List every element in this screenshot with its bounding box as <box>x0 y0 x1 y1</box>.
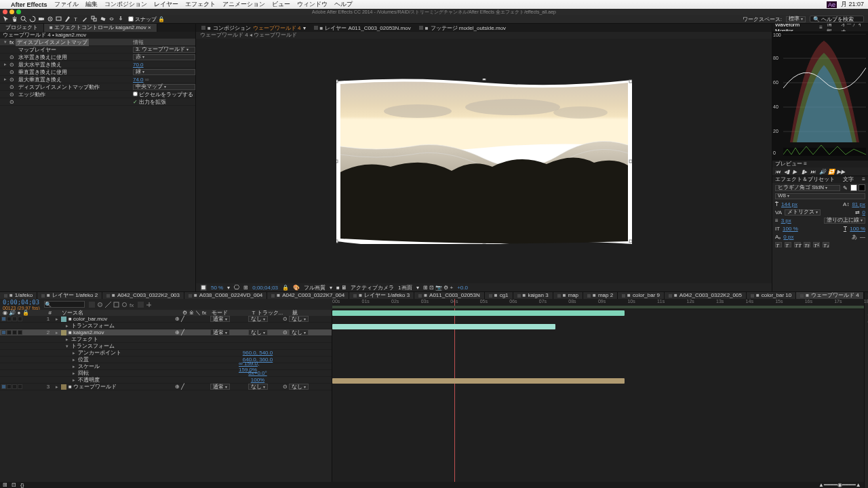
timeline-tab[interactable]: ■ A011_C003_02053N <box>414 292 485 299</box>
last-frame-icon[interactable]: ⏭ <box>810 169 816 174</box>
eraser-tool-icon[interactable] <box>100 16 106 22</box>
timeline-tab[interactable]: ■ レイヤー 1/afeko 3 <box>349 292 414 299</box>
menu-file[interactable]: ファイル <box>54 0 79 9</box>
layer-list[interactable]: ◉ 🔊 ● 🔒# ソース名 ⚙ ※ ＼ fx モード T トラック... 親 1… <box>0 310 332 482</box>
viewer-tabs[interactable]: ■ コンポジション コンポジション ウェーブワールド 4ウェーブワールド 4 ▾… <box>196 24 772 32</box>
play-icon[interactable]: ▶ <box>793 169 799 174</box>
menu-window[interactable]: ウィンドウ <box>297 0 328 9</box>
fill-swatch[interactable] <box>850 184 857 191</box>
prop-max-vert[interactable]: ▸⊙最大垂直置き換え74.0 ∞ <box>0 76 195 83</box>
viewer-tab-layer[interactable]: ■ レイヤー A011_C003_02053N.mov <box>311 24 414 31</box>
traffic-lights[interactable] <box>3 9 21 14</box>
preview-frame[interactable] <box>336 79 632 244</box>
prop-map-layer[interactable]: マップレイヤー3. ウェーブワールド <box>0 46 195 54</box>
toggle-switches-icon[interactable]: ⊞ <box>3 482 7 488</box>
font-style-dropdown[interactable]: W8 <box>775 193 865 199</box>
effect-controls-panel[interactable]: ▾fx ディスプレイスメントマップ 情報 マップレイヤー3. ウェーブワールド … <box>0 39 195 291</box>
viewer-tab-comp[interactable]: ■ コンポジション コンポジション ウェーブワールド 4ウェーブワールド 4 ▾ <box>199 24 309 31</box>
timeline-tab[interactable]: ■ 1/afeko <box>0 292 37 299</box>
prop-horiz-use[interactable]: ⊙水平置き換えに使用赤 <box>0 54 195 61</box>
layer-search[interactable] <box>44 301 85 308</box>
workspace-dropdown[interactable]: 標準 <box>786 16 806 22</box>
next-frame-icon[interactable]: ▮▸ <box>802 169 808 174</box>
toggle-parent-icon[interactable]: {} <box>20 482 24 488</box>
stroke-swatch[interactable] <box>859 184 865 191</box>
scope-tabs[interactable]: Waveform Monitor≡ 情報 オーディオ <box>772 24 868 31</box>
layer-bar[interactable] <box>332 378 625 384</box>
text-style-buttons[interactable]: TTTTTtT¹T₁ <box>775 241 865 248</box>
timeline-switches[interactable]: fx <box>89 302 152 308</box>
prop-expand-output[interactable]: ⊙✓ 出力を拡張 <box>0 98 195 106</box>
effect-header-row[interactable]: ▾fx ディスプレイスメントマップ 情報 <box>0 39 195 46</box>
first-frame-icon[interactable]: ⏮ <box>775 169 781 174</box>
rect-tool-icon[interactable] <box>56 16 62 22</box>
composition-canvas[interactable] <box>196 39 772 283</box>
toggle-modes-icon[interactable]: ⊡ <box>12 482 16 488</box>
tab-effect-controls[interactable]: ■ エフェクトコントロール kaigan2.mov × <box>44 24 157 32</box>
timeline-tab[interactable]: ■ color_bar 10 <box>747 292 796 299</box>
cti-line[interactable] <box>454 310 455 482</box>
macos-menubar[interactable]: After Effects ファイル 編集 コンポジション レイヤー エフェクト… <box>0 0 868 9</box>
prev-frame-icon[interactable]: ◂▮ <box>784 169 790 174</box>
puppet-tool-icon[interactable] <box>117 16 124 22</box>
zoom-icon[interactable] <box>16 9 21 14</box>
ram-preview-icon[interactable]: ▶▶ <box>837 169 843 174</box>
timeline-tab[interactable]: ■ color_bar 9 <box>618 292 665 299</box>
layer-bar[interactable] <box>332 324 555 329</box>
layer-property-row[interactable]: ▸トランスフォーム <box>0 323 332 329</box>
help-search[interactable]: 🔍 ヘルプを検索 <box>810 16 864 22</box>
prop-map-behavior[interactable]: ⊙ディスプレイスメントマップ動作中央マップ <box>0 83 195 91</box>
camera-tool-icon[interactable] <box>38 16 45 22</box>
timeline-tab[interactable]: ■ A042_C003_0322K2_005 <box>665 292 747 299</box>
selection-tool-icon[interactable] <box>3 16 9 22</box>
prop-max-horiz[interactable]: ▸⊙最大水平置き換え70.0 <box>0 61 195 68</box>
timeline-footer[interactable]: ⊞ ⊡ {} ▲━━━━◉━━━━▲ <box>0 482 864 488</box>
timeline-tab[interactable]: ■ ウェーブワールド 4 <box>796 292 864 299</box>
character-panel[interactable]: エフェクト＆プリセット文字 ≡ ヒラギノ角ゴ StdN✎ W8 T̂144 px… <box>772 176 868 249</box>
timeline-tabs[interactable]: ■ 1/afeko■ レイヤー 1/afeko 2■ A042_C003_032… <box>0 292 864 299</box>
roto-tool-icon[interactable] <box>108 16 115 22</box>
timeline-tab[interactable]: ■ A042_C003_0322K2_003 <box>102 292 184 299</box>
rotate-tool-icon[interactable] <box>29 16 36 22</box>
timeline-tab[interactable]: ■ map 2 <box>583 292 618 299</box>
minimize-icon[interactable] <box>9 9 14 14</box>
loop-icon[interactable]: 🔁 <box>828 169 834 174</box>
timeline-tab[interactable]: ■ A042_C003_0322K7_004 <box>267 292 349 299</box>
timeline-tab[interactable]: ■ レイヤー 1/afeko 2 <box>37 292 102 299</box>
menu-effect[interactable]: エフェクト <box>185 0 216 9</box>
timeline-tab[interactable]: ■ kaigan 3 <box>513 292 553 299</box>
viewer-tab-footage[interactable]: ■ フッテージ model_outside.mov <box>416 24 509 31</box>
menu-edit[interactable]: 編集 <box>85 0 98 9</box>
zoom-tool-icon[interactable] <box>20 16 27 22</box>
prop-vert-use[interactable]: ⊙垂直置き換えに使用緑 <box>0 68 195 76</box>
pen-tool-icon[interactable] <box>64 16 71 22</box>
pan-behind-tool-icon[interactable] <box>47 16 54 22</box>
clone-tool-icon[interactable] <box>91 16 98 22</box>
zoom-slider[interactable]: ▲━━━━◉━━━━▲ <box>818 482 861 488</box>
viewer-statusbar[interactable]: 🔲50 %▾ 🖵⊞ 0;00;04;03 🔒🎨フル画質▾ ■ 🖥アクティブカメラ… <box>196 283 772 291</box>
layer-bar[interactable] <box>332 310 625 316</box>
font-dropdown[interactable]: ヒラギノ角ゴ StdN <box>775 185 840 191</box>
project-panel-tabs[interactable]: プロジェクト ■ エフェクトコントロール kaigan2.mov × <box>0 24 195 32</box>
layer-row[interactable]: 3▸■ ウェーブワールド⊕╱通常なし⊙ なし <box>0 384 332 390</box>
timeline-tab[interactable]: ■ cg1 <box>485 292 513 299</box>
eyedropper-icon[interactable]: ✎ <box>843 185 848 191</box>
menu-layer[interactable]: レイヤー <box>154 0 178 9</box>
current-time[interactable]: 0;00;04;03 <box>3 299 40 306</box>
timeline-tab[interactable]: ■ map <box>553 292 583 299</box>
hand-tool-icon[interactable] <box>12 16 18 22</box>
close-icon[interactable] <box>3 9 7 14</box>
tool-icons[interactable]: T <box>3 16 124 22</box>
text-tool-icon[interactable]: T <box>73 16 80 22</box>
menu-help[interactable]: ヘルプ <box>334 0 353 9</box>
audio-icon[interactable]: 🔊 <box>819 169 825 174</box>
menu-animation[interactable]: アニメーション <box>222 0 265 9</box>
viewer-breadcrumb[interactable]: ウェーブワールド 4 ◂ ウェーブワールド <box>196 32 772 39</box>
preview-controls[interactable]: ⏮ ◂▮ ▶ ▮▸ ⏭ 🔊 🔁 ▶▶ <box>772 167 868 176</box>
time-ruler[interactable]: 00s01s02s03s04s05s06s07s08s09s10s11s12s1… <box>332 299 864 310</box>
timeline-lane[interactable] <box>332 310 864 482</box>
tab-project[interactable]: プロジェクト <box>0 24 44 32</box>
snap-label[interactable]: スナップ 🔒 <box>128 16 165 23</box>
menu-composition[interactable]: コンポジション <box>104 0 147 9</box>
menu-view[interactable]: ビュー <box>272 0 290 9</box>
